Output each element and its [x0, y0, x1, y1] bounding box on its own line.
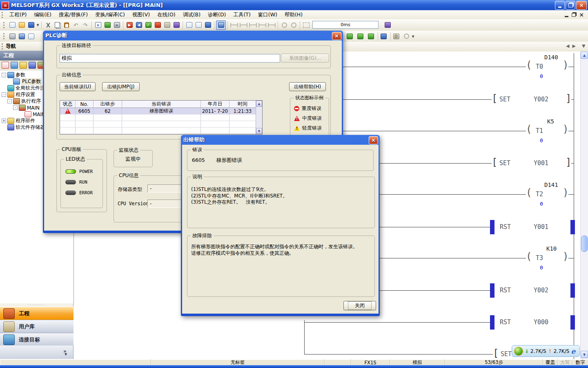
mdi-minimize-icon[interactable]	[565, 12, 568, 17]
ladder-op[interactable]: SET	[499, 159, 511, 167]
menu-window[interactable]: 窗口(W)	[254, 11, 281, 19]
toolbar-options-dropdown-icon[interactable]: ▼	[411, 35, 415, 38]
plc-dialog-close-icon[interactable]: ×	[332, 32, 341, 40]
ladder-device[interactable]: Y000	[533, 319, 549, 326]
verify-with-plc-icon[interactable]: ✓	[144, 21, 153, 29]
menu-tools[interactable]: 工具(T)	[229, 11, 254, 19]
parameter-icon[interactable]	[103, 21, 112, 29]
panel-resize-handle[interactable]: ·········	[0, 303, 74, 307]
statement-edit-icon[interactable]	[366, 32, 375, 40]
window-cascade-icon[interactable]	[8, 32, 17, 40]
ladder-op[interactable]: RST	[499, 319, 512, 326]
tree-item-program-parts[interactable]: + 程序部件	[2, 118, 35, 124]
paste-item-icon[interactable]	[20, 62, 27, 69]
com-setup-icon[interactable]	[383, 20, 392, 29]
error-table-scrollbar[interactable]: ▲ ▼	[256, 101, 262, 134]
tree-item-main-body[interactable]: MAIN	[24, 111, 45, 117]
monitor-write-icon[interactable]	[153, 21, 162, 29]
undo-icon[interactable]: ↶	[71, 21, 80, 29]
tab-list-dropdown-icon[interactable]: ▼	[582, 43, 585, 49]
tree-item-parameter[interactable]: - 参数	[2, 72, 25, 78]
collapse-icon[interactable]: -	[7, 99, 12, 103]
mdi-restore-icon[interactable]	[572, 13, 576, 17]
tree-item-plc-parameter[interactable]: PLC参数	[13, 79, 42, 85]
online-change-icon[interactable]	[172, 21, 181, 29]
help-dialog-close-icon[interactable]: ×	[369, 136, 378, 144]
tree-item-program-setting[interactable]: - 程序设置	[2, 92, 35, 98]
ladder-op[interactable]: SET	[499, 96, 511, 103]
menu-find-replace[interactable]: 搜索/替换(F)	[55, 11, 91, 19]
save-dropdown-icon[interactable]: ▼	[36, 23, 40, 27]
table-scroll-down-icon[interactable]: ▼	[256, 128, 262, 134]
collapse-icon[interactable]: -	[2, 73, 6, 77]
tab-scroll-left-icon[interactable]: ◀	[566, 43, 569, 49]
tree-item-main[interactable]: - MAIN	[13, 105, 40, 111]
error-help-button[interactable]: 出错帮助(H)	[289, 82, 326, 91]
scroll-up-icon[interactable]: ▲	[581, 52, 588, 59]
ladder-device[interactable]: Y001	[533, 223, 549, 231]
window-tile-icon[interactable]	[17, 32, 26, 40]
ladder-device[interactable]: T2	[535, 191, 544, 198]
ladder-device[interactable]: Y001	[533, 159, 549, 167]
new-project-icon[interactable]	[8, 21, 17, 29]
device-test-icon[interactable]	[302, 21, 311, 29]
write-to-plc-icon[interactable]: ▶	[125, 21, 134, 29]
program-check-icon[interactable]	[203, 21, 212, 29]
rebuild-all-icon[interactable]	[194, 21, 203, 29]
cut-icon[interactable]	[43, 21, 52, 29]
property-icon[interactable]	[29, 62, 36, 69]
restore-button[interactable]	[566, 1, 575, 10]
current-error-button[interactable]: 当前错误(U)	[60, 82, 96, 91]
minimize-button[interactable]	[555, 1, 565, 10]
ladder-device[interactable]: T0	[535, 63, 544, 70]
menu-debug[interactable]: 调试(B)	[179, 11, 204, 19]
docking-window-icon[interactable]	[27, 32, 36, 40]
copy-icon[interactable]	[53, 21, 62, 29]
ladder-op[interactable]: RST	[499, 287, 512, 294]
zoom-level-icon[interactable]	[402, 32, 411, 40]
help-dialog-titlebar[interactable]: 出错帮助 ×	[182, 135, 379, 145]
plc-dialog-titlebar[interactable]: PLC诊断 ×	[44, 31, 342, 40]
menu-diagnostics[interactable]: 诊断(D)	[204, 11, 229, 19]
collapse-icon[interactable]: -	[13, 105, 18, 110]
save-project-icon[interactable]	[27, 21, 36, 29]
dbk-check-icon[interactable]: D	[392, 32, 401, 40]
monitor-mode-icon[interactable]	[216, 20, 226, 30]
tab-scroll-right-icon[interactable]: ▶	[572, 43, 575, 49]
open-project-icon[interactable]	[17, 21, 26, 29]
connection-path-input[interactable]: 模拟	[60, 54, 280, 63]
toolbar-grip[interactable]	[3, 22, 6, 28]
ie-browser-icon[interactable]: e	[571, 347, 575, 355]
nav-more-dropdown-icon[interactable]: ▼	[65, 352, 67, 356]
tree-item-device-memory[interactable]: 软元件存储器	[7, 124, 45, 130]
vertical-scrollbar[interactable]: ▲ ▼	[580, 52, 588, 359]
read-from-plc-icon[interactable]: ◀	[134, 21, 143, 29]
ladder-close-contact-icon[interactable]	[239, 21, 248, 29]
device-comment-edit-icon[interactable]	[356, 32, 365, 40]
menu-project[interactable]: 工程(P)	[6, 11, 30, 19]
nav-button-user-library[interactable]: 用户库	[0, 320, 74, 333]
tree-item-execution-program[interactable]: - 执行程序	[7, 98, 41, 104]
toolbar2-grip[interactable]	[3, 33, 6, 39]
menu-online[interactable]: 在线(O)	[154, 11, 179, 19]
menu-edit[interactable]: 编辑(E)	[30, 11, 55, 19]
close-button[interactable]: ×	[576, 1, 587, 10]
expand-icon[interactable]: +	[2, 119, 6, 123]
ladder-op[interactable]: SET	[500, 350, 512, 358]
error-table-row[interactable]: 6605 62 梯形图错误 2011- 7-20 1:21:33	[60, 108, 256, 114]
ladder-application-icon[interactable]	[258, 21, 267, 29]
ladder-edit-icon[interactable]	[345, 32, 354, 40]
scroll-down-icon[interactable]: ▼	[581, 351, 588, 358]
ladder-coil-icon[interactable]	[248, 21, 257, 29]
ladder-op[interactable]: RST	[499, 223, 512, 231]
ladder-device[interactable]: Y002	[533, 287, 549, 294]
nav-button-project[interactable]: 工程	[0, 307, 74, 320]
device-memory-icon[interactable]: M	[112, 21, 121, 29]
scrollbar-thumb[interactable]	[581, 236, 588, 252]
device-comment-icon[interactable]: D	[94, 21, 102, 29]
menu-help[interactable]: 帮助(H)	[281, 11, 306, 19]
collapse-icon[interactable]: -	[2, 92, 6, 97]
menu-view[interactable]: 视图(V)	[129, 11, 154, 19]
nav-button-connection[interactable]: 连接目标	[0, 333, 74, 346]
ladder-device[interactable]: T3	[535, 254, 544, 262]
